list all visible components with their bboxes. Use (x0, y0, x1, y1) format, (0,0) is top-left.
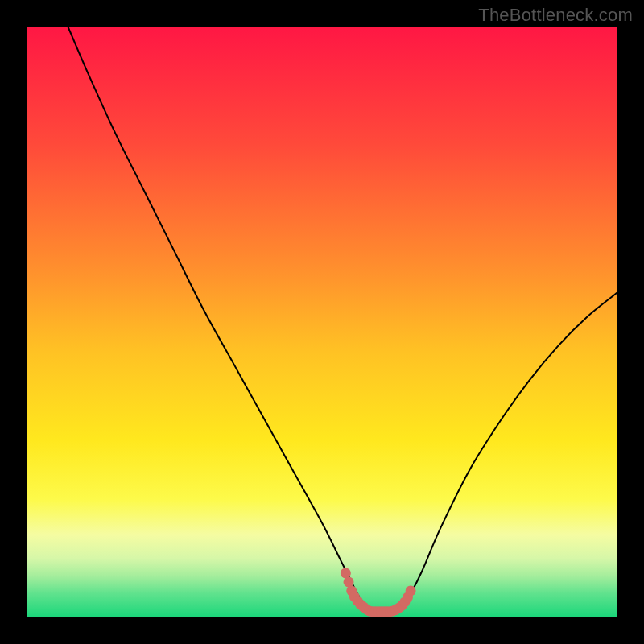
marker-dot (406, 585, 416, 596)
chart-container: TheBottleneck.com (0, 0, 644, 644)
marker-dot (341, 568, 351, 578)
plot-area (27, 27, 617, 617)
chart-svg (27, 27, 617, 617)
watermark-text: TheBottleneck.com (478, 5, 633, 26)
marker-dot (344, 576, 354, 587)
gradient-background (27, 27, 617, 617)
